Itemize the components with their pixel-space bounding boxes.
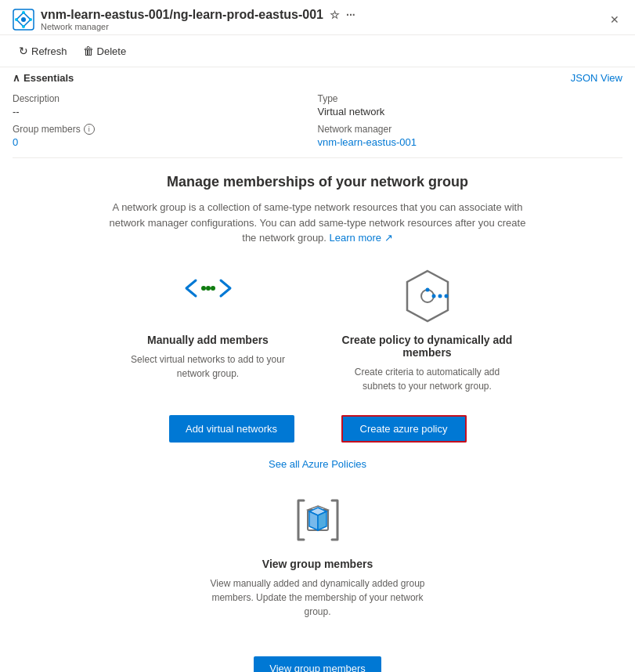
svg-point-1	[21, 17, 26, 22]
section-title: Manage memberships of your network group	[31, 174, 604, 190]
create-azure-policy-button[interactable]: Create azure policy	[341, 415, 467, 443]
svg-marker-21	[318, 511, 327, 530]
title-left: vnm-learn-eastus-001/ng-learn-prod-eastu…	[13, 8, 355, 31]
delete-label: Delete	[97, 45, 127, 57]
group-members-label: Group members i	[13, 124, 318, 135]
toolbar: ↻ Refresh 🗑 Delete	[0, 35, 635, 67]
main-content: Manage memberships of your network group…	[0, 158, 635, 672]
essentials-toggle[interactable]: ∧ Essentials	[13, 72, 74, 84]
group-members-link[interactable]: 0	[13, 136, 18, 148]
svg-point-14	[444, 294, 448, 298]
card-icon-manually-add	[180, 268, 236, 324]
essentials-section: ∧ Essentials JSON View Description -- Gr…	[0, 67, 635, 158]
card3-title: View group members	[262, 558, 373, 570]
refresh-icon: ↻	[19, 45, 28, 57]
svg-point-12	[431, 294, 435, 298]
external-link-icon: ↗	[384, 232, 393, 244]
bottom-btn-row: View group members	[31, 656, 604, 673]
essentials-header: ∧ Essentials JSON View	[13, 67, 622, 89]
svg-point-5	[15, 18, 18, 21]
page-title: vnm-learn-eastus-001/ng-learn-prod-eastu…	[41, 8, 323, 22]
card1-title: Manually add members	[147, 334, 269, 346]
learn-more-link[interactable]: Learn more ↗	[330, 232, 393, 244]
essentials-col-left: Description -- Group members i 0	[13, 89, 318, 148]
essentials-col-right: Type Virtual network Network manager vnm…	[318, 89, 623, 148]
title-icons: ✕	[607, 12, 622, 27]
card-icon-create-policy	[399, 268, 456, 324]
type-value: Virtual network	[318, 106, 623, 117]
view-group-members-button[interactable]: View group members	[254, 656, 381, 673]
network-manager-label: Network manager	[318, 124, 623, 135]
manually-add-icon	[180, 273, 236, 320]
card-icon-view-group-members	[290, 492, 346, 548]
essentials-grid: Description -- Group members i 0 Type Vi…	[13, 89, 622, 158]
close-button[interactable]: ✕	[607, 12, 622, 27]
network-manager-value: vnm-learn-eastus-001	[318, 136, 623, 148]
card3-desc: View manually added and dynamically adde…	[208, 576, 428, 619]
see-all-policies-link[interactable]: See all Azure Policies	[31, 458, 604, 470]
json-view-link[interactable]: JSON View	[571, 72, 622, 84]
network-manager-link[interactable]: vnm-learn-eastus-001	[318, 136, 417, 148]
card2-desc: Create criteria to automatically add sub…	[341, 365, 514, 393]
type-label: Type	[318, 93, 623, 104]
view-group-members-icon	[287, 489, 349, 551]
title-main: vnm-learn-eastus-001/ng-learn-prod-eastu…	[41, 8, 355, 22]
svg-point-7	[206, 286, 211, 291]
cards-row: Manually add members Select virtual netw…	[31, 268, 604, 393]
more-icon[interactable]: ···	[346, 9, 355, 21]
delete-icon: 🗑	[83, 45, 94, 57]
svg-point-2	[22, 11, 25, 14]
svg-point-4	[22, 25, 25, 28]
delete-button[interactable]: 🗑 Delete	[77, 42, 133, 60]
description-value: --	[13, 106, 318, 117]
essentials-label: Essentials	[23, 72, 74, 84]
refresh-label: Refresh	[31, 45, 67, 57]
title-text: vnm-learn-eastus-001/ng-learn-prod-eastu…	[41, 8, 355, 31]
card1-desc: Select virtual networks to add to your n…	[122, 352, 294, 381]
svg-point-3	[29, 18, 32, 21]
card-create-policy: Create policy to dynamically add members…	[341, 268, 514, 393]
description-label: Description	[13, 93, 318, 104]
refresh-button[interactable]: ↻ Refresh	[13, 42, 74, 60]
create-policy-icon	[399, 268, 456, 324]
group-members-value: 0	[13, 136, 318, 148]
svg-point-13	[438, 294, 442, 298]
star-icon[interactable]: ☆	[330, 9, 340, 21]
svg-marker-20	[309, 511, 318, 530]
action-buttons-row: Add virtual networks Create azure policy	[31, 415, 604, 443]
subtitle: Network manager	[41, 22, 355, 31]
chevron-up-icon: ∧	[13, 72, 20, 84]
card-manually-add: Manually add members Select virtual netw…	[122, 268, 294, 393]
title-bar: vnm-learn-eastus-001/ng-learn-prod-eastu…	[0, 0, 635, 35]
svg-point-6	[201, 286, 206, 291]
network-manager-icon	[13, 9, 34, 31]
add-virtual-networks-button[interactable]: Add virtual networks	[169, 415, 294, 443]
card-view-group-members: View group members View manually added a…	[31, 492, 604, 634]
card2-title: Create policy to dynamically add members	[341, 334, 514, 359]
group-members-info-icon[interactable]: i	[84, 124, 95, 135]
svg-point-11	[425, 287, 429, 291]
section-desc: A network group is a collection of same-…	[106, 200, 529, 246]
svg-point-8	[211, 286, 215, 291]
